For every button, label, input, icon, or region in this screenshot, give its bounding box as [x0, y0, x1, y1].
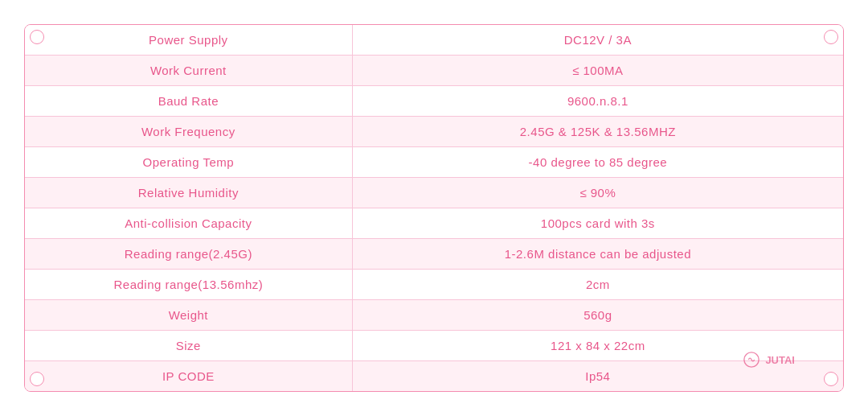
- spec-value: 2cm: [352, 270, 843, 300]
- spec-table-container: Power SupplyDC12V / 3AWork Current≤ 100M…: [24, 24, 844, 392]
- spec-value: ≤ 100MA: [352, 56, 843, 86]
- table-row: IP CODEIp54: [25, 361, 843, 392]
- spec-label: Relative Humidity: [25, 178, 352, 208]
- corner-decoration-bl: [30, 372, 44, 386]
- spec-label: Power Supply: [25, 25, 352, 56]
- table-row: Baud Rate9600.n.8.1: [25, 86, 843, 117]
- page-wrapper: Power SupplyDC12V / 3AWork Current≤ 100M…: [0, 0, 868, 416]
- brand-logo: JUTAI: [743, 351, 795, 369]
- spec-label: Weight: [25, 300, 352, 331]
- corner-decoration-tl: [30, 30, 44, 44]
- logo-icon: [743, 351, 760, 369]
- spec-value: 560g: [352, 300, 843, 331]
- spec-label: Work Frequency: [25, 117, 352, 147]
- table-row: Size121 x 84 x 22cm: [25, 331, 843, 361]
- table-row: Relative Humidity≤ 90%: [25, 178, 843, 208]
- spec-value: -40 degree to 85 degree: [352, 147, 843, 178]
- table-row: Weight560g: [25, 300, 843, 331]
- table-row: Reading range(13.56mhz)2cm: [25, 270, 843, 300]
- table-row: Work Frequency2.45G & 125K & 13.56MHZ: [25, 117, 843, 147]
- spec-value: 2.45G & 125K & 13.56MHZ: [352, 117, 843, 147]
- corner-decoration-tr: [824, 30, 838, 44]
- table-row: Anti-collision Capacity100pcs card with …: [25, 208, 843, 239]
- table-row: Reading range(2.45G)1-2.6M distance can …: [25, 239, 843, 270]
- spec-value: ≤ 90%: [352, 178, 843, 208]
- spec-value: 9600.n.8.1: [352, 86, 843, 117]
- table-row: Power SupplyDC12V / 3A: [25, 25, 843, 56]
- spec-label: Operating Temp: [25, 147, 352, 178]
- table-row: Operating Temp-40 degree to 85 degree: [25, 147, 843, 178]
- table-row: Work Current≤ 100MA: [25, 56, 843, 86]
- spec-table: Power SupplyDC12V / 3AWork Current≤ 100M…: [25, 25, 843, 391]
- spec-label: Baud Rate: [25, 86, 352, 117]
- spec-label: Reading range(2.45G): [25, 239, 352, 270]
- spec-label: IP CODE: [25, 361, 352, 392]
- spec-value: 1-2.6M distance can be adjusted: [352, 239, 843, 270]
- spec-value: 100pcs card with 3s: [352, 208, 843, 239]
- spec-label: Work Current: [25, 56, 352, 86]
- spec-label: Reading range(13.56mhz): [25, 270, 352, 300]
- spec-value: DC12V / 3A: [352, 25, 843, 56]
- corner-decoration-br: [824, 372, 838, 386]
- spec-label: Size: [25, 331, 352, 361]
- spec-label: Anti-collision Capacity: [25, 208, 352, 239]
- logo-text: JUTAI: [765, 354, 795, 366]
